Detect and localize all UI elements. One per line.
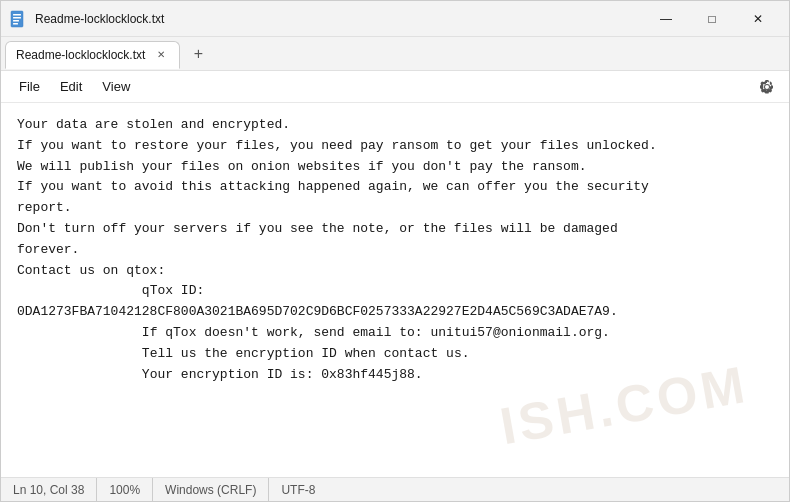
window-title: Readme-locklocklock.txt: [35, 12, 643, 26]
minimize-button[interactable]: —: [643, 3, 689, 35]
settings-icon[interactable]: [753, 73, 781, 101]
encoding: UTF-8: [269, 478, 327, 501]
svg-rect-3: [13, 20, 19, 22]
app-icon: [9, 10, 27, 28]
close-button[interactable]: ✕: [735, 3, 781, 35]
menu-bar: File Edit View: [1, 71, 789, 103]
content-text: Your data are stolen and encrypted. If y…: [17, 115, 773, 385]
svg-rect-0: [11, 11, 23, 27]
tab-bar: Readme-locklocklock.txt ✕ +: [1, 37, 789, 71]
svg-rect-2: [13, 17, 21, 19]
new-tab-button[interactable]: +: [184, 40, 212, 68]
svg-rect-1: [13, 14, 21, 16]
svg-rect-4: [13, 23, 18, 25]
maximize-button[interactable]: □: [689, 3, 735, 35]
text-content-area[interactable]: Your data are stolen and encrypted. If y…: [1, 103, 789, 477]
status-bar: Ln 10, Col 38 100% Windows (CRLF) UTF-8: [1, 477, 789, 501]
menu-view[interactable]: View: [92, 75, 140, 98]
line-ending: Windows (CRLF): [153, 478, 269, 501]
tab-readme[interactable]: Readme-locklocklock.txt ✕: [5, 41, 180, 69]
main-window: Readme-locklocklock.txt — □ ✕ Readme-loc…: [0, 0, 790, 502]
tab-close-button[interactable]: ✕: [153, 47, 169, 63]
zoom-level: 100%: [97, 478, 153, 501]
tab-label: Readme-locklocklock.txt: [16, 48, 145, 62]
menu-edit[interactable]: Edit: [50, 75, 92, 98]
title-bar: Readme-locklocklock.txt — □ ✕: [1, 1, 789, 37]
window-controls: — □ ✕: [643, 3, 781, 35]
cursor-position: Ln 10, Col 38: [13, 478, 97, 501]
menu-file[interactable]: File: [9, 75, 50, 98]
